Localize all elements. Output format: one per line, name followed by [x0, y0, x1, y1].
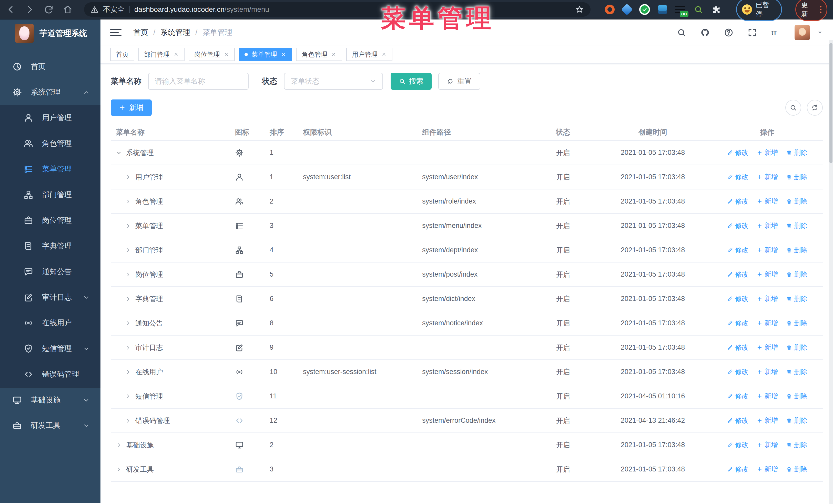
- browser-back-icon[interactable]: [6, 4, 16, 15]
- tab-close-icon[interactable]: [173, 51, 179, 57]
- sidebar-item-岗位管理[interactable]: 岗位管理: [0, 208, 100, 233]
- browser-menu-dots-icon[interactable]: [820, 6, 822, 13]
- reset-button[interactable]: 重置: [438, 73, 480, 90]
- tab-菜单管理[interactable]: 菜单管理: [239, 48, 292, 61]
- user-avatar[interactable]: [794, 25, 810, 40]
- extension-cube-icon[interactable]: [658, 5, 667, 14]
- sidebar-item-首页[interactable]: 首页: [0, 54, 100, 79]
- sidebar-item-通知公告[interactable]: 通知公告: [0, 259, 100, 285]
- edit-link[interactable]: 修改: [727, 465, 748, 474]
- tab-首页[interactable]: 首页: [110, 48, 134, 61]
- row-expand-caret-icon[interactable]: [125, 247, 131, 253]
- row-expand-caret-icon[interactable]: [125, 344, 131, 351]
- edit-link[interactable]: 修改: [727, 148, 748, 157]
- sidebar-item-在线用户[interactable]: 在线用户: [0, 310, 100, 336]
- sidebar-item-短信管理[interactable]: 短信管理: [0, 336, 100, 361]
- edit-link[interactable]: 修改: [727, 246, 748, 255]
- add-link[interactable]: 新增: [757, 367, 778, 376]
- delete-link[interactable]: 删除: [786, 367, 807, 376]
- tab-部门管理[interactable]: 部门管理: [138, 48, 185, 61]
- extensions-puzzle-icon[interactable]: [712, 5, 721, 14]
- profile-paused-badge[interactable]: 已暂停: [736, 0, 782, 21]
- edit-link[interactable]: 修改: [727, 392, 748, 401]
- browser-home-icon[interactable]: [63, 4, 73, 15]
- page-scrollbar[interactable]: [829, 40, 833, 504]
- tab-close-icon[interactable]: [223, 51, 229, 57]
- row-expand-caret-icon[interactable]: [125, 393, 131, 400]
- tab-close-icon[interactable]: [331, 51, 336, 57]
- add-link[interactable]: 新增: [757, 197, 778, 206]
- add-button[interactable]: 新增: [111, 99, 152, 116]
- row-expand-caret-icon[interactable]: [125, 320, 131, 326]
- add-link[interactable]: 新增: [757, 416, 778, 425]
- breadcrumb-item[interactable]: 系统管理: [161, 27, 190, 38]
- avatar-caret-down-icon[interactable]: [816, 29, 823, 36]
- menu-name-input[interactable]: 请输入菜单名称: [148, 73, 248, 90]
- row-collapse-caret-icon[interactable]: [116, 150, 122, 156]
- search-button[interactable]: 搜索: [390, 73, 432, 90]
- tab-岗位管理[interactable]: 岗位管理: [189, 48, 235, 61]
- sidebar-item-研发工具[interactable]: 研发工具: [0, 413, 100, 438]
- sidebar-item-用户管理[interactable]: 用户管理: [0, 105, 100, 131]
- tab-close-icon[interactable]: [381, 51, 387, 57]
- row-expand-caret-icon[interactable]: [125, 174, 131, 180]
- row-expand-caret-icon[interactable]: [125, 296, 131, 302]
- edit-link[interactable]: 修改: [727, 416, 748, 425]
- row-expand-caret-icon[interactable]: [125, 271, 131, 278]
- tab-close-icon[interactable]: [281, 51, 286, 57]
- add-link[interactable]: 新增: [757, 343, 778, 352]
- table-refresh-round-button[interactable]: [807, 100, 823, 116]
- edit-link[interactable]: 修改: [727, 294, 748, 303]
- browser-reload-icon[interactable]: [44, 4, 54, 15]
- sidebar-item-系统管理[interactable]: 系统管理: [0, 79, 100, 105]
- sidebar-item-错误码管理[interactable]: 错误码管理: [0, 361, 100, 387]
- bookmark-star-icon[interactable]: [575, 5, 584, 14]
- delete-link[interactable]: 删除: [786, 392, 807, 401]
- sidebar-item-基础设施[interactable]: 基础设施: [0, 387, 100, 413]
- delete-link[interactable]: 删除: [786, 465, 807, 474]
- edit-link[interactable]: 修改: [727, 172, 748, 182]
- browser-forward-icon[interactable]: [25, 4, 35, 15]
- add-link[interactable]: 新增: [757, 440, 778, 449]
- row-expand-caret-icon[interactable]: [125, 198, 131, 205]
- delete-link[interactable]: 删除: [786, 440, 807, 449]
- table-search-round-button[interactable]: [785, 100, 801, 116]
- font-size-icon[interactable]: [771, 28, 781, 38]
- sidebar-item-角色管理[interactable]: 角色管理: [0, 131, 100, 157]
- row-expand-caret-icon[interactable]: [116, 442, 122, 448]
- extension-magnifier-icon[interactable]: [694, 5, 703, 14]
- extension-ring-icon[interactable]: [605, 5, 615, 14]
- app-logo[interactable]: 芋道管理系统: [0, 20, 100, 47]
- delete-link[interactable]: 删除: [786, 416, 807, 425]
- delete-link[interactable]: 删除: [786, 343, 807, 352]
- add-link[interactable]: 新增: [757, 246, 778, 255]
- search-icon[interactable]: [677, 28, 686, 38]
- add-link[interactable]: 新增: [757, 392, 778, 401]
- row-expand-caret-icon[interactable]: [125, 369, 131, 375]
- extension-list-icon[interactable]: on: [675, 6, 685, 13]
- add-link[interactable]: 新增: [757, 465, 778, 474]
- status-select[interactable]: 菜单状态: [284, 73, 383, 90]
- add-link[interactable]: 新增: [757, 148, 778, 157]
- sidebar-item-字典管理[interactable]: 字典管理: [0, 233, 100, 259]
- sidebar-item-菜单管理[interactable]: 菜单管理: [0, 157, 100, 182]
- delete-link[interactable]: 删除: [786, 246, 807, 255]
- delete-link[interactable]: 删除: [786, 148, 807, 157]
- delete-link[interactable]: 删除: [786, 294, 807, 303]
- add-link[interactable]: 新增: [757, 319, 778, 328]
- edit-link[interactable]: 修改: [727, 367, 748, 376]
- edit-link[interactable]: 修改: [727, 440, 748, 449]
- github-icon[interactable]: [700, 28, 710, 38]
- tab-用户管理[interactable]: 用户管理: [346, 48, 392, 61]
- edit-link[interactable]: 修改: [727, 270, 748, 279]
- breadcrumb-item[interactable]: 首页: [133, 27, 148, 38]
- delete-link[interactable]: 删除: [786, 197, 807, 206]
- collapse-sidebar-icon[interactable]: [110, 29, 121, 36]
- tab-角色管理[interactable]: 角色管理: [296, 48, 342, 61]
- add-link[interactable]: 新增: [757, 270, 778, 279]
- delete-link[interactable]: 删除: [786, 319, 807, 328]
- address-bar[interactable]: 不安全 dashboard.yudao.iocoder.cn/system/me…: [84, 2, 591, 17]
- delete-link[interactable]: 删除: [786, 270, 807, 279]
- extension-gem-icon[interactable]: [621, 4, 633, 15]
- fullscreen-icon[interactable]: [747, 28, 757, 38]
